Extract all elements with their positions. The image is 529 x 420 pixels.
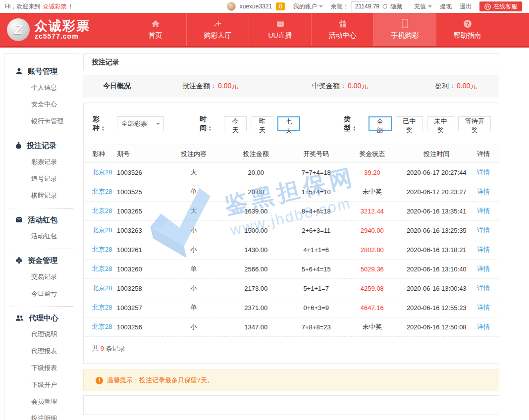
detail-link[interactable]: 详情 <box>477 284 490 292</box>
sidebar-section-title[interactable]: 活动红包 <box>15 215 74 225</box>
sidebar-item[interactable]: 会员管理 <box>31 397 74 406</box>
moneybag-icon <box>15 142 22 150</box>
result-cell: 5+6+4=15 <box>287 260 345 279</box>
topbar: Hi，欢迎来到 众诚彩票！ xuexue3321 0 我的账户 余额： 2114… <box>0 0 529 13</box>
hide-balance-toggle[interactable]: 隐藏 <box>390 2 402 11</box>
type-filter-2[interactable]: 未中奖 <box>427 116 454 131</box>
prize-status-cell: 5029.36 <box>345 260 399 279</box>
refresh-icon[interactable] <box>382 3 388 9</box>
type-filter-0[interactable]: 全部 <box>369 116 392 131</box>
lottery-link[interactable]: 北京28 <box>92 284 112 292</box>
avatar[interactable] <box>227 2 236 11</box>
sidebar-item[interactable]: 银行卡管理 <box>31 117 74 126</box>
time-filter-1[interactable]: 昨天 <box>251 116 273 131</box>
nav-item-3[interactable]: 活动中心 <box>311 13 373 46</box>
lottery-link[interactable]: 北京28 <box>92 246 112 253</box>
summary-title: 今日概况 <box>83 82 182 91</box>
summary-item-2: 盈利： 0.00元 <box>435 82 477 91</box>
nav-item-0[interactable]: 首页 <box>124 13 186 46</box>
lottery-link[interactable]: 北京28 <box>92 304 112 311</box>
sidebar-item[interactable]: 棋牌记录 <box>31 191 74 200</box>
bet-content-cell: 单 <box>162 182 225 202</box>
result-cell: 8+4+6=18 <box>287 202 345 221</box>
help-icon: ? <box>463 19 472 28</box>
sidebar-item[interactable]: 今日盈亏 <box>31 289 74 298</box>
detail-link[interactable]: 详情 <box>477 226 490 234</box>
type-filter-3[interactable]: 等待开奖 <box>458 116 491 131</box>
column-header: 奖金状态 <box>345 145 399 163</box>
table-row: 北京28 1003261 小 1430.00 4+1+1=6 2802.80 2… <box>84 240 499 260</box>
lottery-link[interactable]: 北京28 <box>92 265 112 272</box>
lottery-link[interactable]: 北京28 <box>92 168 112 176</box>
sidebar-section-title[interactable]: 投注记录 <box>15 141 74 151</box>
sidebar-section-title[interactable]: 资金管理 <box>15 256 74 265</box>
sidebar-section-title[interactable]: 代理中心 <box>15 314 74 323</box>
issue-cell: 1003260 <box>117 260 162 279</box>
column-header: 投注内容 <box>162 145 225 163</box>
summary-value: 0.00元 <box>218 82 238 91</box>
sidebar-item[interactable]: 代理报表 <box>31 347 74 356</box>
withdraw-link[interactable]: 提现 <box>440 2 452 11</box>
nav-item-5[interactable]: ? 帮助指南 <box>436 13 498 46</box>
detail-link[interactable]: 详情 <box>477 265 490 272</box>
balance-value: 21149.79 <box>355 3 379 10</box>
sidebar-section-title[interactable]: 账号管理 <box>15 67 74 76</box>
sidebar-item[interactable]: 交易记录 <box>31 272 74 281</box>
prize-status-cell: 4647.16 <box>345 298 399 317</box>
lottery-link[interactable]: 北京28 <box>92 188 112 195</box>
prize-status-cell: 39.20 <box>345 163 399 182</box>
sidebar-item[interactable]: 彩票记录 <box>31 158 74 166</box>
bet-time-cell: 2020-06-16 13:00:43 <box>399 279 474 298</box>
sidebar-item[interactable]: 安全中心 <box>31 100 74 109</box>
brand-link[interactable]: 众诚彩票 <box>43 3 67 10</box>
sidebar-section-4: 代理中心 代理说明代理报表下级报表下级开户会员管理投注明细交易明细 <box>4 314 79 420</box>
my-account-menu[interactable]: 我的账户 <box>293 2 323 11</box>
sidebar-item[interactable]: 下级开户 <box>31 380 74 389</box>
filter-bar: 彩种： 全部彩票 时间： 今天昨天七天 类型： 全部已中奖未中奖等待开奖 <box>84 103 499 145</box>
sidebar-item[interactable]: 下级报表 <box>31 364 74 372</box>
sidebar-item[interactable]: 投注明细 <box>31 414 74 420</box>
detail-link[interactable]: 详情 <box>477 246 490 253</box>
notice-bar: ! 温馨提示：投注记录最多只保留7天。 <box>83 369 499 391</box>
greeting-suffix: ！ <box>68 3 74 10</box>
column-header: 投注时间 <box>399 145 474 163</box>
detail-link[interactable]: 详情 <box>477 304 490 311</box>
detail-link[interactable]: 详情 <box>477 168 490 176</box>
sidebar-divider <box>10 306 73 307</box>
lottery-select[interactable]: 全部彩票 <box>117 116 164 131</box>
bet-amount-cell: 2566.00 <box>225 260 287 279</box>
sidebar: 账号管理 个人信息安全中心银行卡管理 投注记录 彩票记录追号记录棋牌记录 活动红… <box>4 53 79 420</box>
nav-item-2[interactable]: UU直播 <box>249 13 311 46</box>
lottery-link[interactable]: 北京28 <box>92 323 112 330</box>
sidebar-item[interactable]: 个人信息 <box>31 83 74 92</box>
site-logo[interactable]: Z 众诚彩票 zc5577.com <box>0 13 124 46</box>
customer-service-button[interactable]: 在线客服 <box>479 1 522 11</box>
records-panel: 彩种： 全部彩票 时间： 今天昨天七天 类型： 全部已中奖未中奖等待开奖 彩种期… <box>83 103 499 364</box>
funds-icon <box>15 257 23 265</box>
nav-item-label: 购彩大厅 <box>204 31 232 40</box>
bet-amount-cell: 1430.00 <box>225 240 287 260</box>
sidebar-item[interactable]: 追号记录 <box>31 174 74 183</box>
nav-item-1[interactable]: 购彩大厅 <box>186 13 249 46</box>
nav-item-4[interactable]: 手机购彩 <box>373 13 436 46</box>
time-filter-0[interactable]: 今天 <box>224 116 247 131</box>
time-filter-2[interactable]: 七天 <box>277 116 300 131</box>
prize-status-cell: 未中奖 <box>345 182 399 202</box>
recharge-menu[interactable]: 充值 <box>414 2 432 11</box>
sidebar-item[interactable]: 代理说明 <box>31 330 74 339</box>
type-filter-1[interactable]: 已中奖 <box>396 116 423 131</box>
lottery-link[interactable]: 北京28 <box>92 226 112 234</box>
detail-link[interactable]: 详情 <box>477 188 490 195</box>
type-filter-label: 类型： <box>344 115 362 133</box>
detail-link[interactable]: 详情 <box>477 207 490 214</box>
summary-item-0: 投注金额： 0.00元 <box>182 82 312 91</box>
bet-content-cell: 小 <box>162 279 225 298</box>
column-header: 期号 <box>117 145 162 163</box>
detail-link[interactable]: 详情 <box>477 323 490 330</box>
logout-link[interactable]: 退出 <box>460 2 472 11</box>
sidebar-item[interactable]: 活动红包 <box>31 232 74 241</box>
warning-icon: ! <box>96 377 103 384</box>
message-count-badge[interactable]: 0 <box>276 2 285 10</box>
lottery-link[interactable]: 北京28 <box>92 207 112 214</box>
bet-amount-cell: 1500.00 <box>225 221 287 240</box>
